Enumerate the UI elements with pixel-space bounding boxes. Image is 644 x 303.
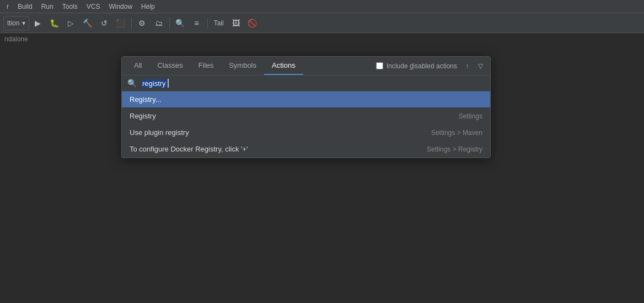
text-cursor bbox=[168, 79, 169, 88]
tabs-row: All Classes Files Symbols Actions Includ… bbox=[122, 57, 490, 75]
rerun-button[interactable]: ↺ bbox=[96, 15, 112, 31]
menu-item-help[interactable]: Help bbox=[137, 2, 159, 12]
search-input-row: 🔍 registry bbox=[122, 75, 490, 91]
toolbar: ttion ▾ ▶ 🐛 ▷ 🔨 ↺ ⬛ ⚙ 🗂 🔍 ≡ Tail 🖼 🚫 bbox=[0, 13, 644, 33]
menu-item-r[interactable]: r bbox=[2, 2, 13, 12]
structure-button[interactable]: 🗂 bbox=[151, 15, 167, 31]
menu-item-tools[interactable]: Tools bbox=[58, 2, 82, 12]
menu-item-run[interactable]: Run bbox=[37, 2, 58, 12]
run-with-coverage-button[interactable]: ▷ bbox=[63, 15, 79, 31]
toolbar-separator-1 bbox=[131, 18, 132, 29]
standalone-label: ndalone bbox=[4, 35, 28, 43]
sort-icon[interactable]: ↑ bbox=[461, 61, 473, 72]
cancel-button[interactable]: 🚫 bbox=[245, 15, 260, 31]
search-highlight: registry bbox=[141, 79, 167, 88]
result-name: To configure Docker Registry, click '+' bbox=[130, 145, 427, 153]
result-path: Settings > Registry bbox=[427, 145, 482, 153]
toolbar-separator-2 bbox=[169, 18, 170, 29]
tail-label: Tail bbox=[211, 18, 227, 28]
result-name: Registry... bbox=[130, 95, 482, 104]
config-dropdown-label: ttion bbox=[7, 19, 20, 27]
tab-symbols[interactable]: Symbols bbox=[221, 57, 264, 75]
result-item-docker-registry[interactable]: To configure Docker Registry, click '+' … bbox=[122, 141, 490, 158]
menu-item-build[interactable]: Build bbox=[13, 2, 37, 12]
search-icon: 🔍 bbox=[127, 79, 137, 88]
main-content: All Classes Files Symbols Actions Includ… bbox=[0, 45, 644, 303]
result-item-registry[interactable]: Registry Settings bbox=[122, 108, 490, 125]
include-disabled-checkbox[interactable] bbox=[376, 62, 383, 69]
stop-button[interactable]: ⬛ bbox=[113, 15, 128, 31]
standalone-bar: ndalone bbox=[0, 33, 644, 45]
debug-button[interactable]: 🐛 bbox=[47, 15, 62, 31]
image-button[interactable]: 🖼 bbox=[228, 15, 244, 31]
menu-item-window[interactable]: Window bbox=[104, 2, 137, 12]
config-dropdown[interactable]: ttion ▾ bbox=[3, 16, 29, 30]
tab-icons: ↑ ▽ bbox=[461, 61, 486, 72]
result-path: Settings bbox=[459, 112, 482, 120]
menu-item-vcs[interactable]: VCS bbox=[82, 2, 105, 12]
run-button[interactable]: ▶ bbox=[30, 15, 46, 31]
result-name: Use plugin registry bbox=[130, 128, 431, 137]
include-disabled-label[interactable]: Include disabled actions bbox=[376, 62, 457, 70]
include-disabled-text: Include disabled actions bbox=[387, 62, 457, 70]
result-path: Settings > Maven bbox=[431, 129, 482, 137]
tab-all[interactable]: All bbox=[126, 57, 149, 75]
settings-button[interactable]: ⚙ bbox=[135, 15, 150, 31]
tab-actions[interactable]: Actions bbox=[264, 57, 303, 75]
search-popup: All Classes Files Symbols Actions Includ… bbox=[121, 56, 491, 158]
toolbar-separator-3 bbox=[207, 18, 208, 29]
chevron-down-icon: ▾ bbox=[22, 19, 25, 27]
run-config-button[interactable]: ≡ bbox=[189, 15, 205, 31]
menu-bar: r Build Run Tools VCS Window Help bbox=[0, 0, 644, 13]
search-everywhere-button[interactable]: 🔍 bbox=[173, 15, 188, 31]
tab-classes[interactable]: Classes bbox=[149, 57, 190, 75]
result-name: Registry bbox=[130, 112, 459, 120]
tab-files[interactable]: Files bbox=[191, 57, 221, 75]
build-button[interactable]: 🔨 bbox=[80, 15, 95, 31]
result-item-plugin-registry[interactable]: Use plugin registry Settings > Maven bbox=[122, 125, 490, 141]
filter-icon[interactable]: ▽ bbox=[475, 61, 486, 72]
results-list: Registry... Registry Settings Use plugin… bbox=[122, 91, 490, 158]
result-item-registry-ellipsis[interactable]: Registry... bbox=[122, 91, 490, 108]
